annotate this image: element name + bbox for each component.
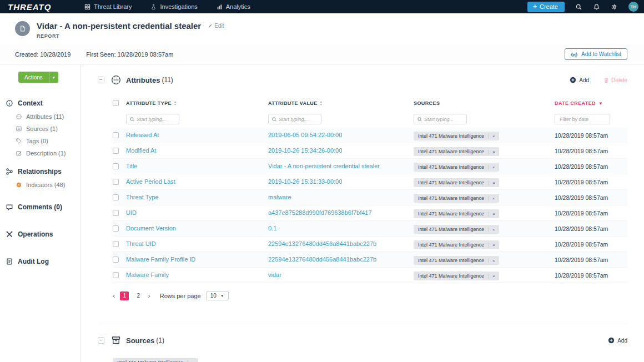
sources-section: − Sources (1) Add Intel 471 Malware Inte… [98, 324, 627, 362]
row-checkbox[interactable] [113, 163, 119, 169]
select-all-checkbox[interactable] [113, 100, 119, 106]
attribute-value-link[interactable]: vidar [268, 272, 281, 278]
next-page-icon[interactable]: › [148, 292, 150, 300]
attribute-type-link[interactable]: Title [126, 163, 137, 169]
sidebar-item-indicators[interactable]: Indicators (48) [0, 179, 80, 191]
source-tag-label: Intel 471 Malware Intelligence [418, 149, 484, 154]
create-button[interactable]: + Create [527, 2, 565, 12]
remove-source-icon[interactable]: × [488, 149, 499, 154]
actions-button[interactable]: Actions ▼ [18, 72, 58, 83]
page-1-button[interactable]: 1 [120, 291, 129, 300]
remove-source-icon[interactable]: × [488, 165, 499, 170]
attribute-value-link[interactable]: 0.1 [268, 225, 276, 232]
attribute-type-link[interactable]: Malware Family Profile ID [126, 256, 195, 263]
table-row[interactable]: Document Version 0.1 Intel 471 Malware I… [113, 221, 627, 237]
delete-attribute-button[interactable]: Delete [603, 77, 627, 83]
table-row[interactable]: UID a437e875288d990fd769638b6f7bf417 Int… [113, 205, 627, 221]
search-icon [271, 117, 277, 122]
row-checkbox[interactable] [113, 148, 119, 154]
row-checkbox[interactable] [113, 210, 119, 216]
table-row[interactable]: Modified At 2019-10-26 15:34:26-00:00 In… [113, 143, 627, 159]
sidebar-item-relationships[interactable]: Relationships [0, 164, 80, 179]
row-checkbox[interactable] [113, 225, 119, 232]
add-to-watchlist-button[interactable]: Add to Watchlist [565, 48, 627, 60]
attribute-type-link[interactable]: Threat UID [126, 240, 156, 247]
page-2-button[interactable]: 2 [134, 291, 143, 300]
add-source-button[interactable]: Add [608, 337, 627, 344]
source-tag-label: Intel 471 Malware Intelligence [418, 242, 484, 248]
attribute-value-link[interactable]: 2019-06-05 09:54:22-00:00 [268, 132, 342, 138]
nav-investigations[interactable]: Investigations [150, 3, 197, 10]
attribute-value-link[interactable]: 22594e13276480dd456a8441babc227b [268, 240, 376, 247]
remove-source-icon[interactable]: × [488, 243, 499, 248]
nav-threat-library[interactable]: Threat Library [84, 3, 132, 10]
sidebar-item-description[interactable]: Description (1) [0, 147, 80, 159]
prev-page-icon[interactable]: ‹ [113, 292, 115, 300]
attribute-value-link[interactable]: 2019-10-26 15:34:26-00:00 [268, 147, 342, 154]
row-checkbox[interactable] [113, 179, 119, 185]
table-row[interactable]: Threat UID 22594e13276480dd456a8441babc2… [113, 237, 627, 252]
table-row[interactable]: Active Period Last 2019-10-26 15:31:33-0… [113, 174, 627, 190]
sidebar-item-sources[interactable]: Sources (1) [0, 123, 80, 135]
attribute-type-link[interactable]: Threat Type [126, 194, 159, 200]
search-icon[interactable] [575, 3, 582, 11]
remove-source-icon[interactable]: × [187, 360, 198, 362]
attribute-value-link[interactable]: 2019-10-26 15:31:33-00:00 [268, 178, 342, 185]
source-tag-label: Intel 471 Malware Intelligence [418, 180, 484, 185]
column-sources[interactable]: SOURCES [414, 100, 555, 106]
attribute-type-link[interactable]: UID [126, 209, 137, 216]
row-checkbox[interactable] [113, 194, 119, 200]
row-checkbox[interactable] [113, 257, 119, 263]
nav-analytics[interactable]: Analytics [217, 3, 250, 10]
attribute-value-link[interactable]: Vidar - A non-persistent credential stea… [268, 163, 380, 169]
table-row[interactable]: Malware Family Profile ID 22594e13276480… [113, 252, 627, 268]
table-row[interactable]: Malware Family vidar Intel 471 Malware I… [113, 268, 627, 283]
collapse-sources-icon[interactable]: − [98, 337, 104, 344]
table-row[interactable]: Threat Type malware Intel 471 Malware In… [113, 190, 627, 205]
remove-source-icon[interactable]: × [488, 180, 499, 185]
settings-gear-icon[interactable] [611, 3, 618, 11]
sidebar-item-operations[interactable]: Operations [0, 223, 80, 245]
page-title: Vidar - A non-persistent credential stea… [37, 21, 201, 31]
table-row[interactable]: Title Vidar - A non-persistent credentia… [113, 159, 627, 174]
date-filter-input[interactable] [555, 114, 610, 124]
rows-per-page-select[interactable]: 10 ▼ [206, 291, 229, 300]
sidebar-item-comments[interactable]: Comments (0) [0, 196, 80, 218]
column-date-created[interactable]: DATE CREATED ▼ [555, 100, 627, 106]
sidebar-item-attributes[interactable]: Attributes (11) [0, 110, 80, 123]
user-avatar[interactable]: TH [628, 2, 638, 12]
attribute-type-link[interactable]: Released At [126, 132, 159, 138]
remove-source-icon[interactable]: × [488, 212, 499, 217]
add-attribute-button[interactable]: Add [570, 77, 589, 83]
sources-list-icon [16, 125, 22, 132]
table-row[interactable]: Released At 2019-06-05 09:54:22-00:00 In… [113, 128, 627, 143]
column-attribute-type[interactable]: ATTRIBUTE TYPE ▴▾ [126, 100, 268, 106]
source-tag-label: Intel 471 Malware Intelligence [418, 164, 484, 170]
sidebar-item-tags[interactable]: Tags (0) [0, 135, 80, 147]
attribute-type-link[interactable]: Active Period Last [126, 178, 175, 185]
attribute-type-link[interactable]: Malware Family [126, 272, 169, 278]
attribute-type-link[interactable]: Document Version [126, 225, 176, 232]
attribute-type-link[interactable]: Modified At [126, 147, 156, 154]
row-checkbox[interactable] [113, 272, 119, 278]
row-checkbox[interactable] [113, 241, 119, 247]
row-checkbox[interactable] [113, 132, 119, 138]
remove-source-icon[interactable]: × [488, 274, 499, 279]
remove-source-icon[interactable]: × [488, 227, 499, 232]
nav-analytics-label: Analytics [226, 3, 250, 10]
remove-source-icon[interactable]: × [488, 196, 499, 201]
sidebar-item-context[interactable]: Context [0, 96, 80, 110]
attribute-value-link[interactable]: malware [268, 194, 291, 200]
rows-per-page-value: 10 [210, 293, 217, 299]
attribute-value-link[interactable]: a437e875288d990fd769638b6f7bf417 [268, 209, 372, 216]
sidebar-item-audit-log[interactable]: Audit Log [0, 250, 80, 273]
notifications-bell-icon[interactable] [593, 3, 600, 11]
threatq-logo[interactable]: THREATQ [0, 2, 84, 12]
collapse-attributes-icon[interactable]: − [98, 77, 104, 83]
remove-source-icon[interactable]: × [488, 134, 499, 139]
column-attribute-value[interactable]: ATTRIBUTE VALUE ▴▾ [268, 100, 414, 106]
source-tag: Intel 471 Malware Intelligence × [414, 256, 499, 265]
remove-source-icon[interactable]: × [488, 258, 499, 263]
attribute-value-link[interactable]: 22594e13276480dd456a8441babc227b [268, 256, 376, 263]
edit-title-button[interactable]: Edit [208, 23, 224, 29]
